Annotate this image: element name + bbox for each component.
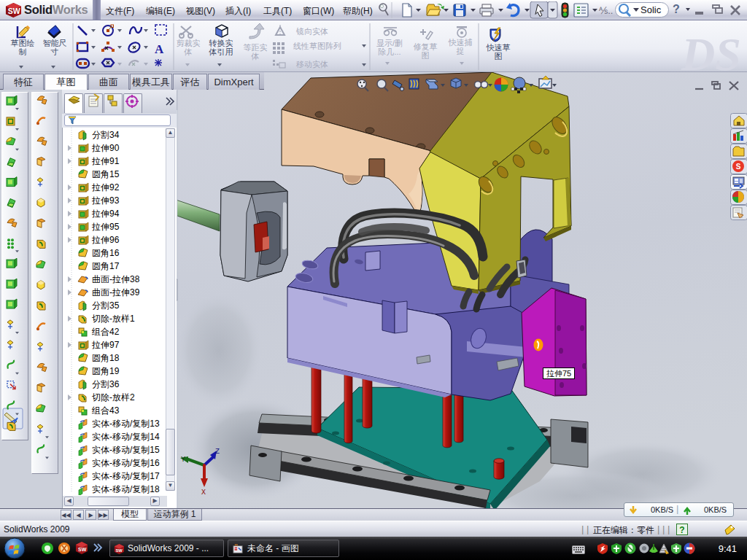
svg-text:⅍..: ⅍.. <box>599 5 613 16</box>
svg-text:?: ? <box>679 525 684 535</box>
svg-text:A: A <box>155 42 164 56</box>
svg-text:Y: Y <box>181 456 185 464</box>
svg-text:S: S <box>736 163 741 171</box>
svg-text:SW: SW <box>115 548 123 553</box>
svg-text:SW: SW <box>78 547 87 552</box>
svg-text:Solic: Solic <box>640 4 662 15</box>
svg-text:DS: DS <box>681 28 741 72</box>
svg-text:Z: Z <box>215 448 220 456</box>
svg-text:X: X <box>201 489 206 497</box>
svg-text:SW: SW <box>8 7 20 15</box>
